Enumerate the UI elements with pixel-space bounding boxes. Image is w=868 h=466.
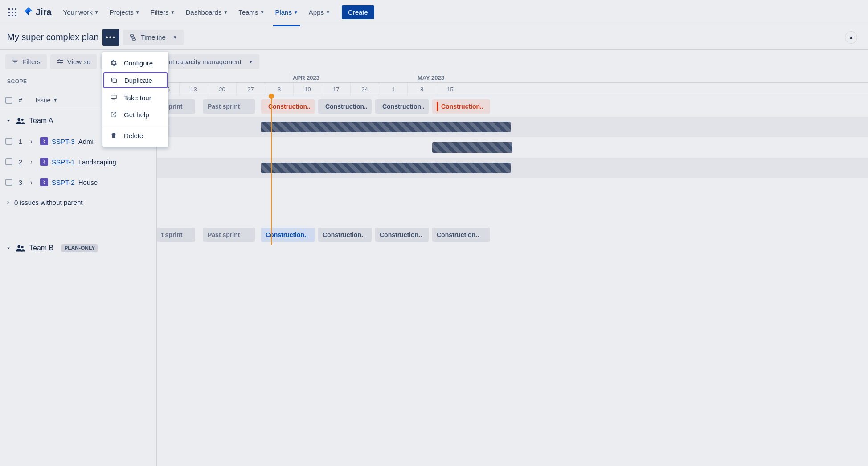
- sprint-chip[interactable]: Construction..: [432, 228, 490, 242]
- dropdown-get-help[interactable]: Get help: [102, 106, 168, 123]
- chevron-down-icon: [5, 245, 12, 251]
- dropdown-divider: [102, 125, 168, 125]
- timeline-issue-row: [157, 117, 868, 137]
- chevron-down-icon: ▼: [171, 10, 175, 15]
- chevron-down-icon: ▼: [94, 10, 99, 15]
- sprint-chip[interactable]: Construction..: [261, 99, 315, 114]
- expand-icon[interactable]: ›: [30, 138, 37, 145]
- issue-summary: House: [78, 179, 98, 186]
- timeline-icon: [129, 33, 137, 41]
- sprint-label: Past sprint: [208, 231, 240, 238]
- issue-key[interactable]: SSPT-3: [52, 138, 75, 145]
- month-header: APR 2023 MAY 2023: [157, 73, 868, 83]
- nav-your-work[interactable]: Your work▼: [59, 6, 103, 19]
- copy-icon: [110, 76, 118, 84]
- day-label: 1: [379, 83, 407, 96]
- sprint-chip[interactable]: Construction..: [375, 228, 429, 242]
- view-selector[interactable]: Timeline ▼: [123, 30, 184, 45]
- svg-rect-11: [132, 39, 135, 40]
- expand-icon[interactable]: ›: [30, 158, 37, 165]
- issue-checkbox[interactable]: [5, 158, 12, 165]
- issue-row[interactable]: 3 › SSPT-2 House: [0, 172, 156, 192]
- view-settings-button[interactable]: View se: [50, 54, 97, 69]
- svg-rect-9: [130, 35, 134, 36]
- sprint-chip[interactable]: Construction..: [318, 99, 372, 114]
- issue-key[interactable]: SSPT-1: [52, 158, 75, 166]
- day-label: 13: [179, 83, 208, 96]
- external-link-icon: [110, 110, 118, 119]
- sprint-chip[interactable]: Construction..: [432, 99, 490, 114]
- top-navigation: Jira Your work▼ Projects▼ Filters▼ Dashb…: [0, 0, 868, 25]
- timeline-issue-row: [157, 158, 868, 178]
- progress-bar[interactable]: [261, 163, 511, 173]
- progress-bar[interactable]: [432, 142, 512, 153]
- sprint-chip[interactable]: Construction..: [261, 228, 315, 242]
- svg-rect-21: [111, 95, 116, 99]
- sprint-chip[interactable]: Construction..: [318, 228, 372, 242]
- nav-apps[interactable]: Apps▼: [304, 6, 335, 19]
- timeline-spacer: [157, 199, 868, 225]
- epic-icon: [40, 178, 48, 186]
- nav-plans[interactable]: Plans▼: [270, 6, 302, 19]
- nav-teams[interactable]: Teams▼: [234, 6, 269, 19]
- issue-summary: Landscaping: [78, 158, 116, 166]
- row-number: 1: [18, 138, 23, 145]
- day-label: 20: [208, 83, 236, 96]
- day-label: 24: [350, 83, 379, 96]
- sprint-chip[interactable]: Construction..: [375, 99, 429, 114]
- dropdown-take-tour[interactable]: Take tour: [102, 89, 168, 106]
- more-actions-button[interactable]: •••: [102, 29, 119, 46]
- dropdown-configure[interactable]: Configure: [102, 54, 168, 71]
- team-row-b[interactable]: Team B PLAN-ONLY: [0, 238, 156, 258]
- dropdown-delete[interactable]: Delete: [102, 127, 168, 144]
- sprint-label: Construction..: [325, 103, 368, 110]
- plan-header: My super complex plan ••• Timeline ▼ ▲: [0, 25, 868, 50]
- sprint-label: Construction..: [323, 231, 365, 238]
- column-issue[interactable]: Issue ▼: [36, 97, 57, 104]
- jira-logo[interactable]: Jira: [23, 7, 52, 18]
- sprint-label: Construction..: [380, 231, 422, 238]
- day-header: 6 13 20 27 3 10 17 24 1 8 15: [157, 83, 868, 96]
- team-icon: [16, 117, 25, 125]
- issue-checkbox[interactable]: [5, 179, 12, 186]
- more-actions-dropdown: Configure Duplicate Take tour Get help D…: [102, 52, 168, 147]
- issues-without-parent[interactable]: › 0 issues without parent: [0, 192, 156, 212]
- sprint-chip[interactable]: t sprint: [157, 228, 195, 242]
- nav-dashboards[interactable]: Dashboards▼: [181, 6, 233, 19]
- chevron-down-icon: ▼: [223, 10, 228, 15]
- sprint-chip[interactable]: Past sprint: [203, 228, 255, 242]
- chevron-down-icon: ▼: [294, 10, 298, 15]
- svg-rect-8: [15, 15, 16, 16]
- chevron-down-icon: ▼: [249, 59, 253, 64]
- issue-checkbox[interactable]: [5, 138, 12, 145]
- day-label: 8: [407, 83, 436, 96]
- day-label: 17: [322, 83, 350, 96]
- ellipsis-icon: •••: [106, 33, 116, 41]
- view-name: Timeline: [141, 33, 166, 41]
- nav-projects[interactable]: Projects▼: [105, 6, 144, 19]
- dropdown-duplicate[interactable]: Duplicate: [103, 72, 168, 88]
- collapse-button[interactable]: ▲: [845, 31, 857, 44]
- app-switcher-icon[interactable]: [5, 5, 20, 20]
- nav-filters[interactable]: Filters▼: [146, 6, 180, 19]
- sprint-chip[interactable]: Past sprint: [203, 99, 255, 114]
- issue-row[interactable]: 2 › SSPT-1 Landscaping: [0, 151, 156, 172]
- chevron-down-icon: ▼: [135, 10, 140, 15]
- progress-bar[interactable]: [261, 122, 511, 132]
- chevron-right-icon: ›: [7, 199, 9, 205]
- filters-button[interactable]: Filters: [5, 54, 47, 69]
- create-button[interactable]: Create: [342, 5, 374, 19]
- svg-point-17: [21, 119, 24, 121]
- filter-icon: [12, 58, 19, 65]
- svg-rect-4: [12, 12, 13, 13]
- month-label: MAY 2023: [414, 73, 547, 82]
- day-label: 27: [236, 83, 265, 96]
- expand-icon[interactable]: ›: [30, 179, 37, 186]
- select-all-checkbox[interactable]: [5, 97, 12, 104]
- issue-key[interactable]: SSPT-2: [52, 179, 75, 186]
- day-label: 3: [265, 83, 293, 96]
- svg-rect-0: [8, 8, 10, 10]
- timeline-sub-row: [157, 178, 868, 199]
- sliders-icon: [57, 58, 64, 65]
- gear-icon: [110, 59, 118, 67]
